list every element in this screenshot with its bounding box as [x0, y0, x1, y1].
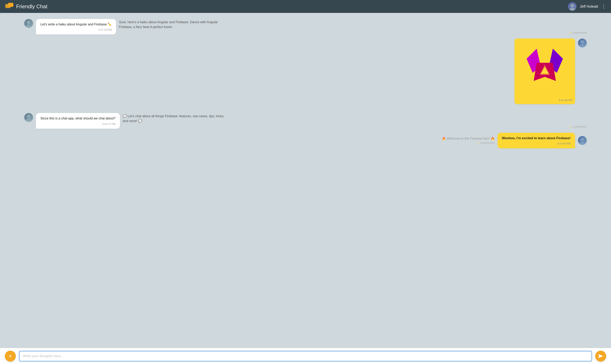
message-time: 4:17:25 PM: [40, 28, 112, 31]
avatar-image-icon: [24, 113, 33, 122]
message-row: Let's write a haiku about Angular and Fi…: [0, 17, 611, 37]
header-right: Jeff Huleatt ⋮: [568, 2, 606, 11]
sender-avatar: [24, 19, 33, 28]
incoming-bubble: Let's write a haiku about Angular and Fi…: [36, 19, 116, 35]
star-icon: ✦: [569, 125, 571, 128]
svg-point-6: [581, 40, 584, 44]
svg-point-14: [26, 119, 31, 122]
message-text: Let's write a haiku about Angular and Fi…: [40, 22, 112, 27]
ai-response-text: 🔥 Welcome to the Firebase fam! 🔥: [442, 137, 495, 141]
ai-response: 🔥 Welcome to the Firebase fam! 🔥 ✦ ai ge…: [442, 137, 495, 144]
message-row: Since this is a chat app, what should we…: [0, 111, 611, 130]
user-name: Jeff Huleatt: [580, 4, 598, 9]
outgoing-bubble: Woohoo, I'm excited to learn about Fireb…: [498, 133, 575, 148]
add-attachment-button[interactable]: +: [5, 351, 16, 362]
message-time: 4:16:17 PM: [40, 122, 116, 126]
ai-generated-label: ai generated: [572, 31, 587, 34]
message-input[interactable]: [19, 351, 592, 361]
send-button[interactable]: [595, 351, 606, 362]
svg-point-16: [580, 142, 585, 145]
svg-point-7: [580, 44, 585, 47]
message-row: 4:16:48 PM: [0, 37, 611, 106]
message-text: Since this is a chat app, what should we…: [40, 116, 116, 121]
welcome-row: 🔥 Welcome to the Firebase fam! 🔥 ✦ ai ge…: [0, 131, 611, 150]
svg-point-5: [26, 25, 31, 28]
sender-avatar: [578, 39, 587, 47]
app-title: Friendly Chat: [16, 3, 47, 10]
ai-response: 💬 Let's chat about all things Firebase: …: [123, 113, 587, 128]
message-time: 4:16:48 PM: [515, 97, 575, 104]
svg-point-15: [581, 138, 584, 141]
ai-response-text: Sure, here's a haiku about Angular and F…: [119, 20, 224, 29]
header-left: Friendly Chat: [5, 2, 47, 11]
svg-point-2: [571, 4, 574, 7]
avatar-image-icon: [568, 2, 576, 11]
ai-generated-label: ai generated: [572, 125, 587, 128]
svg-point-13: [27, 115, 30, 118]
ai-response: Sure, here's a haiku about Angular and F…: [119, 19, 587, 34]
more-menu-icon[interactable]: ⋮: [601, 4, 606, 9]
ai-label: ✦ ai generated: [442, 141, 495, 144]
avatar-image-icon: [578, 136, 587, 145]
angular-logo-svg: [525, 47, 565, 89]
svg-marker-17: [598, 354, 603, 358]
app-header: Friendly Chat Jeff Huleatt ⋮: [0, 0, 611, 13]
message-time: 4:15:44 PM: [502, 142, 571, 145]
star-icon: ✦: [477, 141, 479, 144]
ai-label: ✦ ai generated: [123, 125, 587, 128]
message-footer: +: [0, 348, 611, 364]
avatar-image-icon: [24, 19, 33, 28]
sender-avatar: [578, 136, 587, 145]
chat-area: Let's write a haiku about Angular and Fi…: [0, 13, 611, 348]
message-text: Woohoo, I'm excited to learn about Fireb…: [502, 136, 571, 141]
svg-rect-1: [8, 3, 13, 7]
sender-avatar: [24, 113, 33, 122]
plus-icon: +: [9, 353, 12, 359]
ai-generated-label: ai generated: [480, 141, 494, 144]
avatar-image-icon: [578, 39, 587, 47]
incoming-bubble: Since this is a chat app, what should we…: [36, 113, 120, 129]
user-avatar: [568, 2, 576, 11]
svg-point-3: [570, 8, 575, 11]
svg-point-4: [27, 21, 30, 24]
ai-label: ✦ ai generated: [119, 31, 587, 34]
send-icon: [598, 354, 603, 358]
ai-response-text: 💬 Let's chat about all things Firebase: …: [123, 114, 228, 123]
angular-logo: [515, 39, 575, 97]
app-logo-icon: [5, 2, 14, 11]
image-message-bubble: 4:16:48 PM: [515, 39, 575, 104]
star-icon: ✦: [569, 31, 571, 34]
